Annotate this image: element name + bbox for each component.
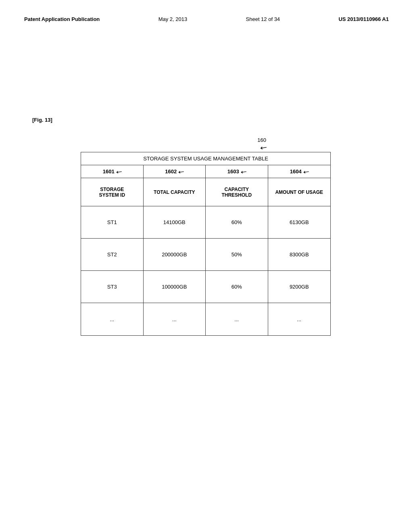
cell-st1-threshold: 60% — [206, 206, 268, 238]
col-ref-arrow-1603: ↙ — [239, 167, 248, 176]
column-refs-row: 1601 ↙ 1602 ↙ 1603 ↙ 1604 ↙ — [81, 165, 330, 178]
cell-st3-threshold: 60% — [206, 271, 268, 303]
cell-st3-id: ST3 — [81, 271, 144, 303]
cell-st1-usage: 6130GB — [268, 206, 331, 238]
cell-ellipsis-id: ... — [81, 303, 144, 335]
page-header: Patent Application Publication May 2, 20… — [0, 0, 413, 30]
header-cell-total-capacity: TOTAL CAPACITY — [144, 178, 206, 206]
header-sheet: Sheet 12 of 34 — [246, 16, 280, 22]
col-ref-1603: 1603 ↙ — [206, 165, 268, 178]
header-label-amount-of-usage: AMOUNT OF USAGE — [275, 189, 323, 195]
table-title: STORAGE SYSTEM USAGE MANAGEMENT TABLE — [81, 152, 330, 165]
reference-160: 160 ↙ — [81, 137, 331, 152]
table-row: ST1 14100GB 60% 6130GB — [81, 206, 330, 239]
ref-arrow-160: ↙ — [259, 142, 268, 153]
header-publication-label: Patent Application Publication — [24, 16, 100, 22]
cell-st2-id: ST2 — [81, 239, 144, 270]
header-date: May 2, 2013 — [159, 16, 188, 22]
cell-ellipsis-usage: ... — [268, 303, 331, 335]
col-ref-arrow-1601: ↙ — [115, 167, 123, 176]
cell-st2-capacity: 200000GB — [144, 239, 206, 270]
col-ref-arrow-1604: ↙ — [302, 167, 310, 176]
table-row: ST2 200000GB 50% 8300GB — [81, 239, 330, 271]
col-ref-arrow-1602: ↙ — [177, 167, 185, 176]
cell-st1-capacity: 14100GB — [144, 206, 206, 238]
cell-st2-usage: 8300GB — [268, 239, 331, 270]
header-label-capacity-threshold: CAPACITYTHRESHOLD — [221, 187, 252, 198]
cell-ellipsis-threshold: ... — [206, 303, 268, 335]
header-label-storage-system-id: STORAGESYSTEM ID — [99, 187, 125, 198]
header-label-total-capacity: TOTAL CAPACITY — [154, 189, 195, 195]
cell-st2-threshold: 50% — [206, 239, 268, 270]
management-table: STORAGE SYSTEM USAGE MANAGEMENT TABLE 16… — [81, 152, 331, 336]
col-ref-1601: 1601 ↙ — [81, 165, 144, 178]
cell-st3-capacity: 100000GB — [144, 271, 206, 303]
col-ref-num-1602: 1602 — [165, 168, 177, 175]
table-row: ST3 100000GB 60% 9200GB — [81, 271, 330, 303]
column-headers-row: STORAGESYSTEM ID TOTAL CAPACITY CAPACITY… — [81, 178, 330, 206]
cell-st3-usage: 9200GB — [268, 271, 331, 303]
col-ref-num-1601: 1601 — [103, 168, 115, 175]
figure-label: [Fig. 13] — [32, 117, 52, 123]
table-container: 160 ↙ STORAGE SYSTEM USAGE MANAGEMENT TA… — [81, 137, 331, 336]
col-ref-num-1604: 1604 — [290, 168, 302, 175]
ref-num-160: 160 — [257, 137, 266, 143]
header-patent-num: US 2013/0110966 A1 — [338, 16, 389, 22]
col-ref-num-1603: 1603 — [227, 168, 239, 175]
cell-st1-id: ST1 — [81, 206, 144, 238]
col-ref-1602: 1602 ↙ — [144, 165, 206, 178]
col-ref-1604: 1604 ↙ — [268, 165, 331, 178]
cell-ellipsis-capacity: ... — [144, 303, 206, 335]
header-cell-amount-of-usage: AMOUNT OF USAGE — [268, 178, 331, 206]
header-cell-storage-system-id: STORAGESYSTEM ID — [81, 178, 144, 206]
header-cell-capacity-threshold: CAPACITYTHRESHOLD — [206, 178, 268, 206]
table-row: ... ... ... ... — [81, 303, 330, 335]
